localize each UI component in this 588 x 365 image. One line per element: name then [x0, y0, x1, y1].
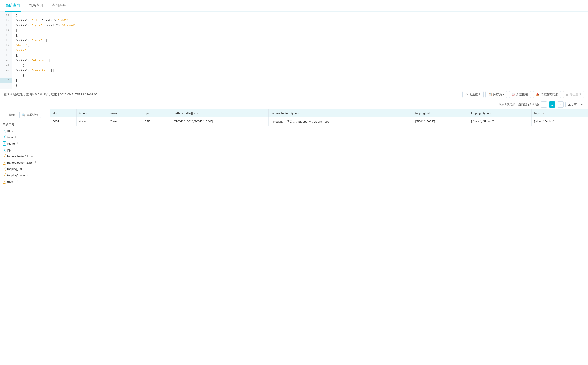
sort-icon: ⇅ [490, 112, 492, 115]
tabs-bar: 高阶查询 简易查询 查询任务 [0, 0, 588, 12]
pagination-summary: 展示1条结果，当前显示1到1条 [499, 102, 539, 106]
sort-icon: ⇅ [118, 112, 120, 115]
result-bar: 查询到1条结果，查询时间0.042秒，结束于2022-09-21T15:38:0… [0, 89, 588, 100]
field-count-label: 1 [17, 142, 18, 145]
field-type-badge: t [3, 141, 6, 146]
cell-name: Cake [107, 117, 142, 126]
col-header-tags[interactable]: tags[]⇅ [531, 109, 588, 117]
col-header-batters_type[interactable]: batters.batter[].type⇅ [269, 109, 412, 117]
fields-list: tid1ttype1tname1tppu1⇄batters.batter[].i… [0, 128, 50, 185]
hide-button[interactable]: ☰ 隐藏 [3, 112, 17, 118]
sort-icon: ⇅ [56, 112, 58, 115]
field-type-badge: t [3, 148, 6, 152]
code-line-37: "donut", [12, 43, 588, 48]
field-name-label: name [7, 142, 15, 145]
export-button[interactable]: 📤 导出查询结果 [533, 91, 561, 98]
app-container: 高阶查询 简易查询 查询任务 3132333435363738394041424… [0, 0, 588, 365]
field-type-badge: t [3, 129, 6, 133]
new-chart-button[interactable]: 📈 新建图表 [509, 91, 531, 98]
field-item-type[interactable]: ttype1 [0, 134, 50, 140]
chart-icon: 📈 [512, 93, 515, 96]
field-count-label: 2 [16, 180, 18, 183]
line-number-39: 39 [0, 53, 12, 58]
col-header-batters_id[interactable]: batters.batter[].id⇅ [171, 109, 269, 117]
line-number-43: 43 [0, 73, 12, 78]
results-table: id⇅type⇅name⇅ppu⇅batters.batter[].id⇅bat… [50, 109, 588, 126]
next-page-button[interactable]: › [557, 101, 564, 108]
field-item-name[interactable]: tname1 [0, 140, 50, 147]
table-area: id⇅type⇅name⇅ppu⇅batters.batter[].id⇅bat… [50, 109, 588, 185]
code-line-35: ], [12, 33, 588, 38]
save-as-button[interactable]: 📋 另存为 [485, 91, 507, 98]
field-name-label: id [7, 129, 10, 133]
field-type-badge: ⇄ [3, 173, 6, 177]
code-line-41: { [12, 63, 588, 68]
line-number-41: 41 [0, 63, 12, 68]
code-line-45: }') [12, 83, 588, 88]
field-type-badge: ⇄ [3, 161, 6, 165]
line-number-40: 40 [0, 58, 12, 63]
line-number-45: 45 [0, 83, 12, 88]
sort-icon: ⇅ [431, 112, 432, 115]
field-count-label: 4 [35, 161, 36, 164]
code-line-38: "cake" [12, 48, 588, 53]
field-item-batters_batter___id[interactable]: ⇄batters.batter[].id4 [0, 153, 50, 159]
editor-area: 313233343536373839404142434445 { "c-key"… [0, 12, 588, 89]
table-row: 0001donutCake0.55["1001","1002","1003","… [50, 117, 588, 126]
cell-topping_id: ["5001","5002"] [412, 117, 468, 126]
line-number-34: 34 [0, 28, 12, 33]
field-count-label: 1 [14, 148, 16, 151]
page-size-select[interactable]: 20 / 页 50 / 页 100 / 页 [565, 102, 584, 107]
sort-icon: ⇅ [298, 112, 299, 115]
field-item-id[interactable]: tid1 [0, 128, 50, 134]
line-number-38: 38 [0, 48, 12, 53]
view-details-button[interactable]: 🔍 查看详情 [19, 112, 41, 118]
field-item-ppu[interactable]: tppu1 [0, 147, 50, 153]
stop-button[interactable]: ⏹ 停止查询 [563, 91, 584, 98]
field-item-topping___id[interactable]: ⇄topping[].id2 [0, 166, 50, 172]
search-icon: 🔍 [22, 113, 25, 117]
col-header-topping_type[interactable]: topping[].type⇅ [468, 109, 531, 117]
cell-batters_type: ["Regular","巧克力","Blueberry","Devils Foo… [269, 117, 412, 126]
sidebar-actions: ☰ 隐藏 🔍 查看详情 [0, 109, 50, 121]
tab-advanced[interactable]: 高阶查询 [5, 0, 21, 12]
field-item-batters_batter___type[interactable]: ⇄batters.batter[].type4 [0, 159, 50, 166]
col-header-name[interactable]: name⇅ [107, 109, 142, 117]
field-item-topping___type[interactable]: ⇄topping[].type2 [0, 172, 50, 178]
star-icon: ☆ [465, 93, 468, 96]
tab-task[interactable]: 查询任务 [51, 0, 67, 12]
field-name-label: ppu [7, 148, 13, 152]
col-header-id[interactable]: id⇅ [50, 109, 77, 117]
field-type-badge: ⇄ [3, 180, 6, 184]
cell-tags: ["donut","cake"] [531, 117, 588, 126]
code-line-42: "c-key"> "remarks": [] [12, 68, 588, 73]
cell-batters_id: ["1001","1002","1003","1004"] [171, 117, 269, 126]
sort-icon: ⇅ [86, 112, 88, 115]
code-content[interactable]: { "c-key"> "id": "c-str"> "5002", "c-key… [12, 12, 588, 89]
favorite-button[interactable]: ☆ 收藏查询 [462, 91, 484, 98]
sort-icon: ⇅ [150, 112, 152, 115]
code-line-32: "c-key"> "id": "c-str"> "5002", [12, 18, 588, 23]
col-header-topping_id[interactable]: topping[].id⇅ [412, 109, 468, 117]
fields-label: 已选字段: [0, 121, 50, 128]
field-name-label: batters.batter[].type [7, 161, 33, 164]
line-number-37: 37 [0, 43, 12, 48]
cell-id: 0001 [50, 117, 77, 126]
pagination-bar: 展示1条结果，当前显示1到1条 ‹ 1 › 20 / 页 50 / 页 100 … [0, 100, 588, 109]
code-line-34: } [12, 28, 588, 33]
line-number-35: 35 [0, 33, 12, 38]
field-item-tags__[interactable]: ⇄tags[]2 [0, 178, 50, 185]
col-header-type[interactable]: type⇅ [77, 109, 107, 117]
field-count-label: 2 [27, 174, 28, 177]
cell-ppu: 0.55 [142, 117, 171, 126]
prev-page-button[interactable]: ‹ [541, 101, 547, 108]
field-count-label: 1 [15, 136, 16, 139]
tab-simple[interactable]: 简易查询 [28, 0, 44, 12]
line-number-33: 33 [0, 23, 12, 28]
col-header-ppu[interactable]: ppu⇅ [142, 109, 171, 117]
line-number-42: 42 [0, 68, 12, 73]
page-1-button[interactable]: 1 [549, 101, 555, 108]
sort-icon: ⇅ [197, 112, 199, 115]
field-count-label: 4 [31, 154, 33, 158]
line-numbers: 313233343536373839404142434445 [0, 12, 12, 89]
